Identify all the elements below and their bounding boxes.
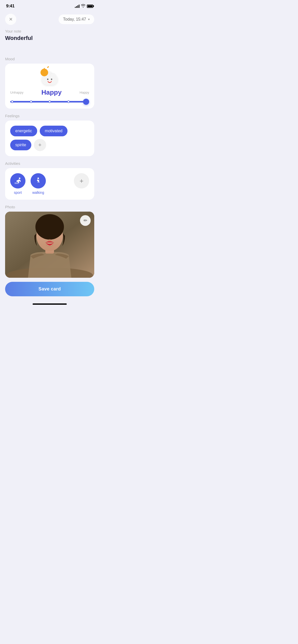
mood-labels-row: Unhappy Happy Happy — [10, 89, 89, 96]
walking-svg — [34, 177, 42, 185]
activity-sport[interactable]: sport — [10, 173, 25, 195]
note-section-label: Your note — [5, 29, 94, 33]
battery-icon — [87, 5, 93, 8]
home-indicator — [0, 301, 99, 309]
note-section: Your note Wonderful — [5, 29, 94, 41]
mood-unhappy-label: Unhappy — [10, 91, 23, 94]
feeling-chip-energetic[interactable]: energetic — [10, 126, 37, 136]
svg-rect-2 — [15, 183, 19, 184]
mood-card: Unhappy Happy Happy — [5, 64, 94, 109]
svg-point-0 — [19, 178, 20, 179]
cloud-bump2 — [50, 73, 56, 79]
signal-bars-icon — [75, 5, 79, 8]
header: ✕ Today, 15:47 ▾ — [0, 11, 99, 29]
mood-happy-label: Happy — [79, 91, 89, 94]
date-selector[interactable]: Today, 15:47 ▾ — [59, 14, 94, 24]
photo-section: Photo — [5, 205, 94, 278]
feelings-row: energetic motivated spirite + — [10, 126, 89, 151]
face-eyes — [47, 79, 52, 80]
activity-walking[interactable]: walking — [31, 173, 46, 195]
status-icons — [75, 4, 93, 8]
activities-card: sport walking + — [5, 168, 94, 200]
slider-thumb[interactable] — [83, 99, 89, 105]
note-content: Wonderful — [5, 35, 94, 41]
close-button[interactable]: ✕ — [5, 14, 16, 25]
svg-rect-1 — [15, 183, 18, 183]
mood-section-label: Mood — [5, 57, 94, 61]
mood-emoji-container — [10, 69, 89, 86]
feelings-card: energetic motivated spirite + — [5, 121, 94, 156]
sport-icon — [10, 173, 25, 188]
cloud-face — [47, 79, 52, 83]
feelings-section: Feelings energetic motivated spirite + — [5, 114, 94, 156]
svg-point-8 — [35, 214, 64, 240]
feeling-chip-motivated[interactable]: motivated — [40, 126, 67, 136]
face-eye-left — [47, 79, 48, 80]
slider-ticks — [10, 100, 89, 103]
face-eye-right — [51, 79, 52, 80]
photo-card: ✏ — [5, 212, 94, 278]
face-mouth — [48, 81, 52, 83]
mood-current-label: Happy — [42, 89, 62, 96]
status-time: 9:41 — [6, 4, 15, 9]
sun-icon — [40, 69, 48, 76]
feeling-chip-spirited[interactable]: spirite — [10, 140, 31, 150]
mood-section: Mood — [5, 57, 94, 109]
main-content: Your note Wonderful Mood — [0, 29, 99, 301]
save-card-button[interactable]: Save card — [5, 282, 94, 296]
add-activity-button[interactable]: + — [74, 173, 89, 188]
add-feeling-button[interactable]: + — [34, 139, 46, 151]
pencil-icon: ✏ — [84, 218, 87, 223]
walking-icon — [31, 173, 46, 188]
activities-row: sport walking + — [10, 173, 89, 195]
edit-photo-button[interactable]: ✏ — [80, 215, 91, 226]
sport-label: sport — [14, 191, 22, 195]
activities-section: Activities sport — [5, 161, 94, 200]
walking-label: walking — [32, 191, 44, 195]
svg-point-3 — [37, 178, 39, 179]
close-icon: ✕ — [9, 17, 13, 22]
activities-section-label: Activities — [5, 161, 94, 166]
photo-section-label: Photo — [5, 205, 94, 209]
feelings-section-label: Feelings — [5, 114, 94, 118]
wifi-icon — [81, 4, 85, 8]
chevron-down-icon: ▾ — [88, 18, 90, 21]
status-bar: 9:41 — [0, 0, 99, 11]
date-label: Today, 15:47 — [63, 17, 86, 22]
svg-point-9 — [48, 239, 51, 241]
mood-emoji — [39, 69, 60, 86]
mood-slider[interactable] — [10, 100, 89, 104]
home-bar — [33, 303, 67, 305]
sport-svg — [14, 177, 22, 185]
